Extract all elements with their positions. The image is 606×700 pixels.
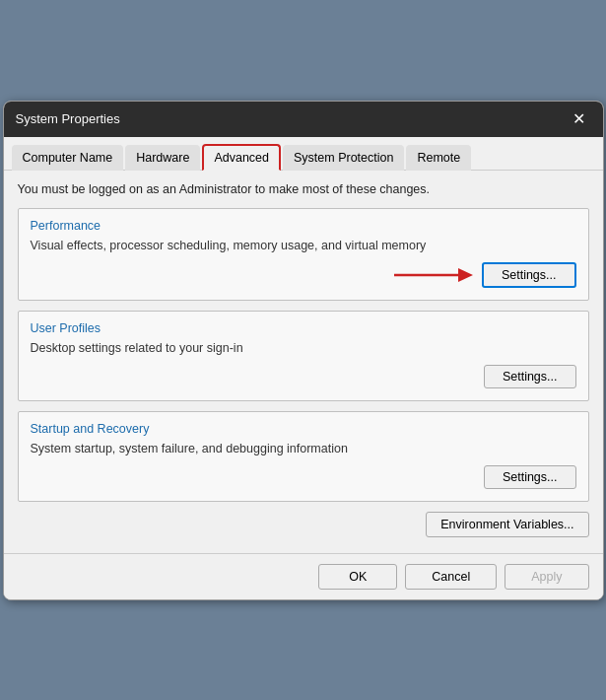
tab-hardware[interactable]: Hardware [125, 145, 200, 171]
tab-advanced[interactable]: Advanced [202, 144, 281, 171]
user-profiles-section: User Profiles Desktop settings related t… [18, 311, 589, 401]
startup-recovery-section: Startup and Recovery System startup, sys… [18, 411, 589, 502]
user-profiles-title: User Profiles [31, 321, 576, 335]
performance-title: Performance [31, 219, 576, 233]
performance-desc: Visual effects, processor scheduling, me… [31, 239, 576, 252]
window-title: System Properties [16, 111, 120, 126]
startup-recovery-settings-button[interactable]: Settings... [484, 465, 576, 489]
performance-footer: Settings... [31, 262, 576, 288]
performance-settings-button[interactable]: Settings... [482, 262, 576, 288]
svg-marker-1 [458, 268, 473, 282]
admin-notice: You must be logged on as an Administrato… [18, 182, 589, 196]
environment-variables-button[interactable]: Environment Variables... [426, 512, 588, 537]
startup-recovery-desc: System startup, system failure, and debu… [31, 442, 576, 455]
user-profiles-desc: Desktop settings related to your sign-in [31, 341, 576, 355]
tab-content: You must be logged on as an Administrato… [4, 171, 603, 553]
user-profiles-settings-button[interactable]: Settings... [484, 365, 576, 388]
startup-recovery-title: Startup and Recovery [31, 422, 576, 436]
arrow-icon [389, 260, 478, 290]
cancel-button[interactable]: Cancel [405, 564, 497, 590]
bottom-bar: OK Cancel Apply [4, 553, 603, 599]
tab-remote[interactable]: Remote [406, 145, 471, 171]
arrow-indicator [389, 260, 478, 290]
tab-computer-name[interactable]: Computer Name [12, 145, 124, 171]
env-variables-row: Environment Variables... [18, 512, 589, 537]
title-bar: System Properties ✕ [4, 102, 603, 137]
user-profiles-footer: Settings... [31, 365, 576, 388]
dialog-buttons: OK Cancel Apply [318, 564, 588, 590]
apply-button[interactable]: Apply [505, 564, 588, 590]
tab-bar: Computer Name Hardware Advanced System P… [4, 137, 603, 171]
close-button[interactable]: ✕ [568, 107, 591, 131]
tab-system-protection[interactable]: System Protection [283, 145, 404, 171]
ok-button[interactable]: OK [318, 564, 397, 590]
performance-section: Performance Visual effects, processor sc… [18, 208, 589, 301]
startup-recovery-footer: Settings... [31, 465, 576, 489]
system-properties-window: System Properties ✕ Computer Name Hardwa… [3, 101, 604, 600]
